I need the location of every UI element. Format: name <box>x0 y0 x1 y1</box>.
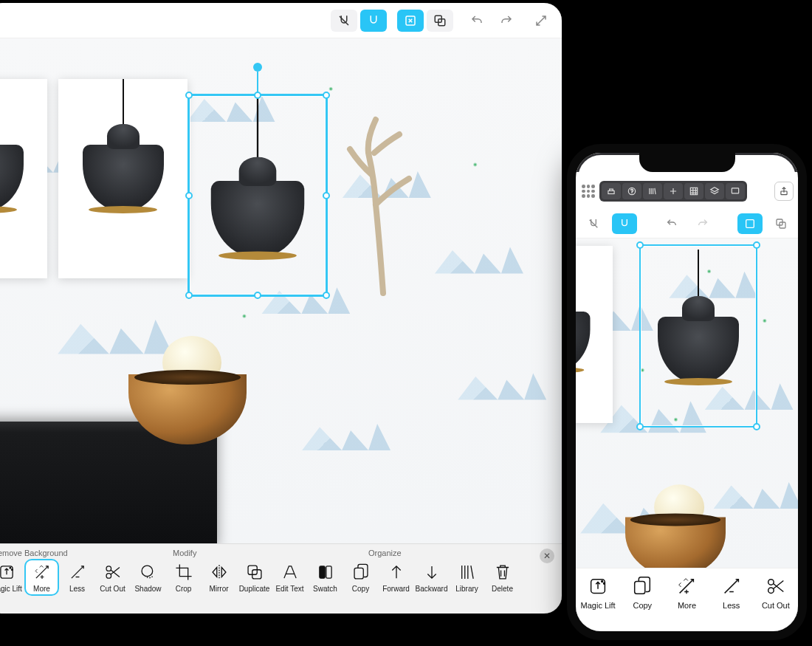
mirror-icon <box>209 562 230 583</box>
bowl-decor <box>128 367 247 456</box>
toolbar-item-label: Cut Out <box>762 601 790 610</box>
bounding-box-button[interactable] <box>397 10 424 32</box>
library-button[interactable]: Library <box>450 559 484 596</box>
less-button[interactable]: Less <box>710 573 753 610</box>
screen-icon[interactable] <box>726 183 745 199</box>
duplicate-icon <box>244 562 265 583</box>
toolbar-item-label: Copy <box>633 601 652 610</box>
group-button[interactable] <box>427 10 453 32</box>
edittext-icon <box>280 562 300 583</box>
toolbar-item-label: Duplicate <box>239 585 270 593</box>
resize-handle[interactable] <box>254 292 261 299</box>
bowl-decor <box>625 511 726 568</box>
duplicate-button[interactable]: Duplicate <box>237 559 272 596</box>
copy-button[interactable]: Copy <box>621 573 664 610</box>
svg-point-23 <box>602 581 603 583</box>
bounding-box-button[interactable] <box>737 213 763 234</box>
less-icon <box>67 562 88 583</box>
resize-handle[interactable] <box>254 92 261 99</box>
copy-button[interactable]: Copy <box>343 559 378 596</box>
toolbar-item-label: Magic Lift <box>0 585 22 593</box>
redo-button[interactable] <box>690 213 715 234</box>
apps-grid-icon[interactable] <box>580 183 596 199</box>
rotate-handle[interactable] <box>253 63 262 72</box>
group-button[interactable] <box>768 213 794 234</box>
mirror-button[interactable]: Mirror <box>202 559 236 596</box>
shadow-button[interactable]: Shadow <box>131 559 165 596</box>
grid-icon[interactable] <box>684 183 703 199</box>
tablet-device: ✕ Remove Background Modify Organize Magi… <box>0 0 572 624</box>
resize-handle[interactable] <box>185 92 193 99</box>
tablet-canvas[interactable] <box>0 38 562 543</box>
more-button[interactable]: More <box>24 559 59 596</box>
resize-handle[interactable] <box>753 423 760 430</box>
forward-icon <box>386 562 407 583</box>
resize-handle[interactable] <box>323 192 330 199</box>
magiclift-button[interactable]: Magic Lift <box>0 559 24 596</box>
magiclift-icon <box>585 573 611 599</box>
close-toolbar-button[interactable]: ✕ <box>540 549 554 563</box>
tablet-top-toolbar <box>0 3 562 38</box>
antler-decor <box>339 109 427 300</box>
library-icon[interactable] <box>643 183 662 199</box>
phone-top-toolbar <box>576 172 798 209</box>
forward-button[interactable]: Forward <box>379 559 413 596</box>
share-button[interactable] <box>774 182 794 201</box>
toolbar-item-label: Forward <box>382 585 410 593</box>
magnet-on-button[interactable] <box>360 10 387 32</box>
resize-handle[interactable] <box>185 292 193 299</box>
selected-lamp[interactable] <box>650 250 746 383</box>
fullscreen-button[interactable] <box>528 10 554 32</box>
furniture-icon[interactable] <box>602 183 621 199</box>
more-button[interactable]: More <box>665 573 708 610</box>
backward-button[interactable]: Backward <box>414 559 449 596</box>
magnet-off-button[interactable] <box>331 10 357 32</box>
tablet-bottom-toolbar: ✕ Remove Background Modify Organize Magi… <box>0 543 562 614</box>
phone-device: Magic LiftCopyMoreLessCut Out <box>567 144 807 640</box>
selection-box[interactable] <box>639 244 757 427</box>
toolbar-item-label: Mirror <box>209 585 228 593</box>
less-button[interactable]: Less <box>60 559 94 596</box>
lamp-card[interactable] <box>576 246 613 423</box>
magnet-on-button[interactable] <box>612 213 637 234</box>
layers-icon[interactable] <box>705 183 724 199</box>
svg-rect-14 <box>608 190 614 193</box>
resize-handle[interactable] <box>636 423 644 430</box>
undo-button[interactable] <box>464 10 490 32</box>
phone-sub-toolbar <box>576 209 798 238</box>
resize-handle[interactable] <box>185 192 193 199</box>
svg-point-4 <box>10 568 11 569</box>
crop-button[interactable]: Crop <box>166 559 201 596</box>
svg-point-8 <box>142 566 153 577</box>
delete-button[interactable]: Delete <box>485 559 520 596</box>
magiclift-button[interactable]: Magic Lift <box>577 573 619 610</box>
resize-handle[interactable] <box>323 92 330 99</box>
lamp-card-1[interactable] <box>0 79 47 278</box>
toolbar-item-label: Backward <box>416 585 448 593</box>
lamp-card-2[interactable] <box>58 79 187 278</box>
section-label-modify: Modify <box>173 549 368 557</box>
redo-button[interactable] <box>493 10 520 32</box>
copy-icon <box>351 562 371 583</box>
add-icon[interactable] <box>664 183 683 199</box>
edittext-button[interactable]: Edit Text <box>272 559 307 596</box>
phone-bottom-toolbar: Magic LiftCopyMoreLessCut Out <box>576 568 798 631</box>
selection-box[interactable] <box>187 94 328 297</box>
pinterest-icon[interactable] <box>622 183 641 199</box>
less-icon <box>718 573 745 599</box>
svg-rect-13 <box>354 568 363 579</box>
magnet-off-button[interactable] <box>581 213 606 234</box>
resize-handle[interactable] <box>753 241 760 249</box>
toolbar-item-label: More <box>33 585 50 593</box>
resize-handle[interactable] <box>323 292 330 299</box>
cutout-button[interactable]: Cut Out <box>754 573 797 610</box>
undo-button[interactable] <box>659 213 684 234</box>
swatch-button[interactable]: Swatch <box>308 559 343 596</box>
toolbar-item-label: More <box>678 601 696 610</box>
toolbar-item-label: Swatch <box>313 585 337 593</box>
resize-handle[interactable] <box>636 241 644 249</box>
phone-canvas[interactable] <box>576 238 798 568</box>
selected-lamp[interactable] <box>202 92 313 257</box>
cutout-button[interactable]: Cut Out <box>95 559 130 596</box>
toolbar-item-label: Copy <box>352 585 369 593</box>
